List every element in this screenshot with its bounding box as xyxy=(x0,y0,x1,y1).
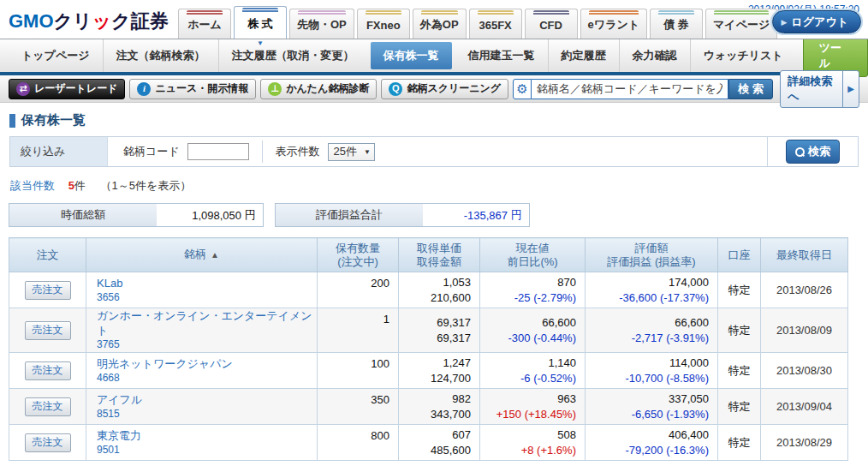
profit-loss: -6,650 (-1.93%) xyxy=(586,407,709,422)
column-header[interactable]: 取得単価 取得金額 xyxy=(399,238,480,272)
subnav-item[interactable]: 余力確認 xyxy=(619,39,690,72)
stock-name-link[interactable]: 東京電力 xyxy=(97,428,317,443)
sell-order-button[interactable]: 売注文 xyxy=(25,321,71,340)
chevron-down-icon: ▼ xyxy=(364,148,371,156)
day-change: +8 (+1.6%) xyxy=(480,443,576,458)
main-tab[interactable]: 先物・OP xyxy=(289,9,354,39)
laser-trade-icon: ⇄ xyxy=(16,82,30,96)
sell-order-button[interactable]: 売注文 xyxy=(25,433,71,452)
main-tab[interactable]: マイページ xyxy=(705,9,777,39)
column-header[interactable]: 現在値 前日比(%) xyxy=(480,238,586,272)
tab-label: CFD xyxy=(532,15,570,39)
stock-screening-icon: Q xyxy=(389,82,402,96)
main-tab[interactable]: 株 式 xyxy=(234,6,287,39)
cost-cell: 1,247 124,700 xyxy=(399,353,480,389)
logout-arrow-icon: ▶ xyxy=(782,18,788,27)
subnav-item[interactable]: トップページ xyxy=(9,39,103,72)
column-header-label: 口座 xyxy=(728,248,751,261)
acquired-date-cell: 2013/08/26 xyxy=(761,272,848,308)
tab-label: 債 券 xyxy=(657,15,695,39)
main-tab[interactable]: eワラント xyxy=(580,9,647,39)
profit-loss: -79,200 (-16.3%) xyxy=(586,443,709,458)
price-cell: 963 +150 (+18.45%) xyxy=(480,389,586,425)
main-tab[interactable]: FXneo xyxy=(357,9,410,39)
column-header[interactable]: 銘柄▲ xyxy=(86,238,318,272)
holdings-table: 注文 銘柄▲ 保有数量 (注文中) 取得単価 xyxy=(9,237,848,461)
table-row: 売注文 KLab 3656 200 1,053 210,600 870 -25 … xyxy=(9,272,848,308)
sell-order-button[interactable]: 売注文 xyxy=(25,281,71,300)
subnav-item[interactable]: 注文（銘柄検索） xyxy=(103,39,218,72)
valuation-cell: 337,050 -6,650 (-1.93%) xyxy=(586,389,718,425)
sell-order-button[interactable]: 売注文 xyxy=(25,361,71,380)
acquired-date-cell: 2013/09/04 xyxy=(761,389,848,425)
stock-cell: ガンホー・オンライン・エンターテイメント 3765 xyxy=(86,308,318,353)
acquired-date-cell: 2013/08/29 xyxy=(761,425,848,461)
main-tab[interactable]: 外為OP xyxy=(413,9,467,39)
subnav-item-label: 余力確認 xyxy=(633,48,677,63)
valuation-cell: 66,600 -2,717 (-3.91%) xyxy=(586,308,718,353)
filter-search-label: 検索 xyxy=(808,144,830,159)
gear-icon[interactable]: ⚙ xyxy=(513,79,532,99)
column-header-label: 注文 xyxy=(37,248,59,261)
valuation: 337,050 xyxy=(586,391,709,407)
main-tab[interactable]: 債 券 xyxy=(650,9,703,39)
magnifier-icon xyxy=(795,147,805,157)
unit-price: 1,247 xyxy=(399,355,471,371)
tab-label: 365FX xyxy=(477,15,514,39)
valuation: 66,600 xyxy=(586,315,709,331)
holdings-table-body: 売注文 KLab 3656 200 1,053 210,600 870 -25 … xyxy=(9,272,848,461)
logout-button[interactable]: ▶ ログアウト xyxy=(772,10,861,33)
column-header[interactable]: 評価額 評価損益 (損益率) xyxy=(586,238,718,272)
subnav-item[interactable]: 信用建玉一覧 xyxy=(455,39,548,72)
market-value-box: 時価総額 1,098,050 円 xyxy=(9,203,264,227)
stock-name-link[interactable]: ガンホー・オンライン・エンターテイメント xyxy=(97,308,317,338)
main-tab[interactable]: ホーム xyxy=(178,9,231,39)
filter-bar: 絞り込み 銘柄コード 表示件数 25件 ▼ 検索 xyxy=(9,136,859,167)
display-count-select[interactable]: 25件 ▼ xyxy=(328,143,375,161)
main-tab[interactable]: CFD xyxy=(525,9,578,39)
stock-code-input[interactable] xyxy=(187,143,249,160)
result-count-label: 該当件数 xyxy=(10,179,55,192)
filter-search-area: 検索 xyxy=(767,137,858,166)
toolbar-button[interactable]: ⊥ かんたん銘柄診断 xyxy=(260,79,377,99)
advanced-search-arrow-icon[interactable]: ▶ xyxy=(842,71,859,107)
toolbar-button[interactable]: Q 銘柄スクリーニング xyxy=(381,79,508,99)
symbol-search-button[interactable]: 検 索 xyxy=(728,79,774,99)
subnav-item-label: トップページ xyxy=(21,48,90,63)
subnav-item[interactable]: ウォッチリスト xyxy=(690,39,796,72)
toolbar-button-label: 銘柄スクリーニング xyxy=(407,81,501,96)
stock-cell: 東京電力 9501 xyxy=(86,425,318,461)
tab-label: FXneo xyxy=(365,15,402,39)
toolbar-button[interactable]: ⇄ レーザートレード xyxy=(9,79,125,99)
subnav-item[interactable]: 注文履歴（取消・変更） xyxy=(218,39,367,72)
column-header[interactable]: 保有数量 (注文中) xyxy=(318,238,399,272)
advanced-search-button[interactable]: 詳細検索へ ▶ xyxy=(780,70,859,108)
summary-row: 時価総額 1,098,050 円 評価損益合計 -135,867 円 xyxy=(9,203,868,227)
symbol-search-input[interactable] xyxy=(532,79,728,99)
result-count-number: 5 xyxy=(68,179,74,192)
stock-name-link[interactable]: KLab xyxy=(97,276,317,290)
tab-label: eワラント xyxy=(588,15,639,39)
table-row: 売注文 東京電力 9501 800 607 485,600 508 +8 (+1… xyxy=(9,425,848,461)
advanced-search-label: 詳細検索へ xyxy=(781,71,842,107)
main-tab[interactable]: 365FX xyxy=(469,9,522,39)
price-cell: 508 +8 (+1.6%) xyxy=(480,425,586,461)
column-header[interactable]: 口座 xyxy=(718,238,761,272)
column-header[interactable]: 最終取得日 xyxy=(761,238,848,272)
stock-name-link[interactable]: 明光ネットワークジャパン xyxy=(97,356,317,371)
quantity-cell: 200 xyxy=(318,272,399,308)
toolbar-button[interactable]: i ニュース・開示情報 xyxy=(129,79,256,99)
filter-search-button[interactable]: 検索 xyxy=(786,140,840,164)
sell-order-button[interactable]: 売注文 xyxy=(25,397,71,416)
account-type-cell: 特定 xyxy=(718,308,761,353)
subnav-item-label: 注文履歴（取消・変更） xyxy=(232,48,354,63)
toolbar-button-label: かんたん銘柄診断 xyxy=(286,81,369,96)
column-header[interactable]: 注文 xyxy=(9,238,86,272)
stock-code: 4668 xyxy=(97,371,317,385)
order-cell: 売注文 xyxy=(9,425,86,461)
order-cell: 売注文 xyxy=(9,272,86,308)
stock-name-link[interactable]: アイフル xyxy=(97,392,317,407)
subnav-item[interactable]: 保有株一覧 xyxy=(371,42,452,69)
logo-accent-text: ッ xyxy=(92,10,112,32)
subnav-item[interactable]: 約定履歴 xyxy=(548,39,619,72)
